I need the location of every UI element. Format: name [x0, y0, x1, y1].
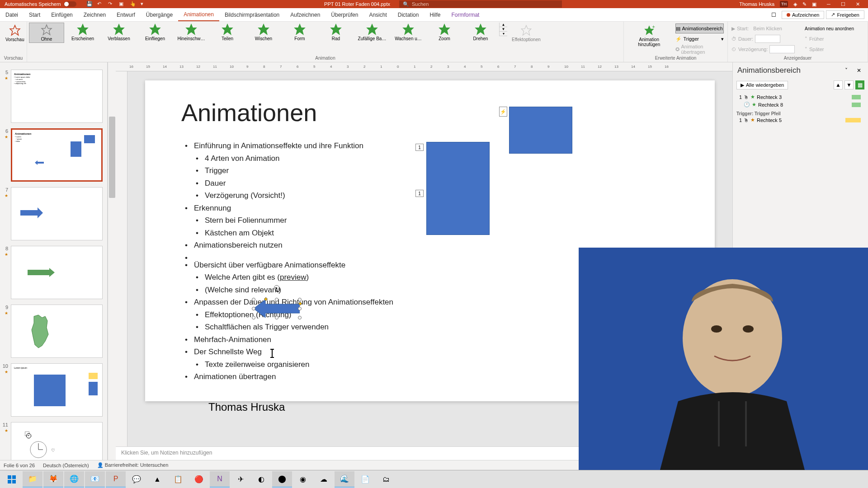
menu-start[interactable]: Start [24, 8, 46, 21]
undo-icon[interactable]: ↶ [97, 1, 104, 7]
add-animation-button[interactable]: + Animation hinzufügen [626, 23, 673, 49]
animation-gallery-item-4[interactable]: Hineinschw… [174, 23, 209, 43]
slide-thumbnail-11[interactable]: ⏲♡ [11, 422, 103, 460]
accessibility-check[interactable]: 👤 Barrierefreiheit: Untersuchen [97, 462, 169, 468]
menu-einfuegen[interactable]: Einfügen [46, 8, 78, 21]
taskbar-obs[interactable]: ⬤ [272, 471, 292, 488]
menu-zeichnen[interactable]: Zeichnen [78, 8, 111, 21]
touch-icon[interactable]: 👆 [130, 1, 136, 7]
taskbar-onenote[interactable]: N [210, 471, 230, 488]
record-button[interactable]: Aufzeichnen [782, 11, 825, 19]
move-down-icon[interactable]: ▼ [844, 80, 854, 89]
gallery-more-icon[interactable]: ▾ [500, 32, 507, 36]
slide-thumbnail-10[interactable]: Lorem ipsum [11, 363, 103, 417]
animation-gallery-item-10[interactable]: Wachsen u… [391, 23, 426, 43]
maximize-button[interactable]: ☐ [836, 1, 850, 7]
menu-hilfe[interactable]: Hilfe [424, 8, 446, 21]
share-button[interactable]: ↗Freigeben [826, 10, 864, 19]
thumbnail-scrollbar[interactable] [108, 62, 116, 460]
animation-gallery-item-12[interactable]: Drehen [463, 23, 498, 43]
search-box[interactable]: 🔍 Suchen [399, 0, 562, 8]
taskbar-app-8[interactable]: 🗂 [376, 471, 396, 488]
start-button[interactable] [2, 471, 22, 488]
window-icon[interactable]: ▣ [812, 1, 816, 7]
minimize-button[interactable]: ─ [822, 1, 835, 7]
slide-counter[interactable]: Folie 6 von 26 [4, 463, 35, 468]
menu-uebergaenge[interactable]: Übergänge [141, 8, 178, 21]
pen-icon[interactable]: ✎ [802, 1, 807, 7]
play-all-button[interactable]: ▶Alle wiedergeben [736, 81, 788, 89]
animation-gallery-item-9[interactable]: Zufällige Ba… [354, 23, 390, 43]
taskbar-vlc[interactable]: ▲ [147, 471, 167, 488]
gallery-scroll[interactable]: ▲ ▼ ▾ [499, 23, 507, 36]
taskbar-firefox[interactable]: 🦊 [43, 471, 63, 488]
taskbar-explorer[interactable]: 📁 [23, 471, 42, 488]
slide-thumbnail-5[interactable]: Animationen• Lorem ipsum dolor • sit ame… [11, 70, 103, 123]
trigger-dropdown[interactable]: ⚡Trigger▾ [675, 34, 724, 44]
taskbar-app-4[interactable]: ◐ [251, 471, 271, 488]
menu-aufzeichnen[interactable]: Aufzeichnen [285, 8, 326, 21]
animation-trigger-entry[interactable]: 1🖱★Rechteck 5 [736, 116, 864, 124]
taskbar-app-5[interactable]: ◉ [293, 471, 313, 488]
preview-button[interactable]: Vorschau [2, 23, 28, 44]
language-indicator[interactable]: Deutsch (Österreich) [43, 463, 89, 468]
animation-order-tag-1[interactable]: 1 [415, 144, 424, 151]
shape-arrow-selected[interactable]: ↻ [254, 300, 300, 318]
menu-animationen[interactable]: Animationen [178, 8, 219, 21]
shape-rectangle-large[interactable] [426, 142, 490, 235]
document-filename[interactable]: PPT 01 Roter Faden 004.pptx [324, 1, 390, 7]
animation-gallery-item-1[interactable]: Erscheinen [65, 23, 100, 43]
qat-dropdown-icon[interactable]: ▾ [141, 1, 147, 7]
animation-gallery-item-6[interactable]: Wischen [246, 23, 281, 43]
taskbar-powerpoint[interactable]: P [106, 471, 126, 488]
pane-close-icon[interactable]: ✕ [854, 66, 863, 75]
pane-dropdown-icon[interactable]: ˅ [842, 66, 851, 75]
taskbar-outlook[interactable]: 📧 [85, 471, 105, 488]
user-name-label[interactable]: Thomas Hruska [739, 1, 774, 7]
animation-gallery-item-8[interactable]: Rad [318, 23, 354, 43]
animation-gallery-item-5[interactable]: Teilen [210, 23, 245, 43]
collapse-ribbon-icon[interactable]: ☐ [768, 12, 780, 18]
slide-thumbnail-panel[interactable]: 5★Animationen• Lorem ipsum dolor • sit a… [0, 62, 108, 460]
taskbar-telegram[interactable]: ✈ [231, 471, 250, 488]
slide-thumbnail-7[interactable] [11, 187, 103, 240]
close-button[interactable]: ✕ [851, 1, 864, 7]
shape-rectangle-small[interactable] [509, 107, 572, 154]
taskbar-chrome[interactable]: 🌐 [64, 471, 84, 488]
menu-ueberpruefen[interactable]: Überprüfen [326, 8, 363, 21]
save-icon[interactable]: 💾 [86, 1, 93, 7]
slide-thumbnail-8[interactable] [11, 246, 103, 299]
animation-gallery-item-3[interactable]: Einfliegen [137, 23, 173, 43]
animation-entry[interactable]: 🕐★Rechteck 8 [736, 101, 864, 108]
toggle-switch[interactable] [64, 1, 76, 7]
pane-view-icon[interactable]: ▦ [855, 80, 864, 89]
menu-entwurf[interactable]: Entwurf [111, 8, 141, 21]
slide-thumbnail-9[interactable] [11, 305, 103, 358]
taskbar-app-2[interactable]: 📋 [168, 471, 188, 488]
animation-entry[interactable]: 1🖱★Rechteck 3 [736, 93, 864, 101]
gallery-up-icon[interactable]: ▲ [500, 23, 507, 27]
autosave-toggle[interactable]: Automatisches Speichern [2, 1, 79, 7]
gallery-down-icon[interactable]: ▼ [500, 27, 507, 32]
taskbar-app-3[interactable]: 🔴 [189, 471, 209, 488]
slide-title[interactable]: Animationen [181, 99, 679, 127]
slide-thumbnail-6[interactable]: Animationen• Lorem • ipsum• dolor [11, 128, 103, 182]
diamond-icon[interactable]: ◈ [793, 1, 797, 7]
user-avatar[interactable]: TH [780, 1, 788, 7]
animation-gallery-item-7[interactable]: Form [282, 23, 317, 43]
rotation-handle[interactable]: ↻ [274, 285, 279, 291]
menu-formformat[interactable]: Formformat [446, 8, 485, 21]
taskbar-app-7[interactable]: 📄 [355, 471, 375, 488]
animation-pane-toggle[interactable]: ▤Animationsbereich [675, 23, 724, 33]
taskbar-edge[interactable]: 🌊 [335, 471, 354, 488]
menu-bildschirm[interactable]: Bildschirmpräsentation [219, 8, 285, 21]
animation-gallery-item-0[interactable]: Ohne [29, 23, 64, 43]
taskbar-app-6[interactable]: ☁ [314, 471, 334, 488]
animation-gallery-item-2[interactable]: Verblassen [101, 23, 137, 43]
taskbar-app-1[interactable]: 💬 [127, 471, 146, 488]
redo-icon[interactable]: ↷ [108, 1, 114, 7]
move-up-icon[interactable]: ▲ [834, 80, 843, 89]
animation-gallery-item-11[interactable]: Zoom [427, 23, 462, 43]
animation-order-tag-2[interactable]: 1 [415, 190, 424, 197]
menu-dictation[interactable]: Dictation [392, 8, 425, 21]
